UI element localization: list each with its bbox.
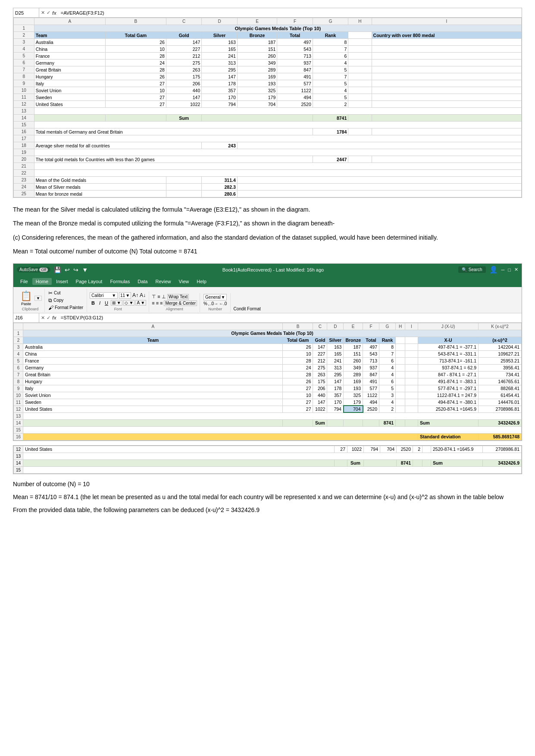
paste-button[interactable]: 📋 Paste bbox=[19, 290, 34, 307]
col-f[interactable]: F bbox=[277, 18, 313, 25]
font-name-dropdown[interactable]: Calibri▼ bbox=[90, 292, 118, 299]
menu-review[interactable]: Review bbox=[152, 278, 174, 285]
excel-ribbon: 📋 Paste ▼ Clipboard ✂ Cut ⧉ Copy bbox=[13, 287, 522, 313]
italic-button[interactable]: I bbox=[97, 300, 102, 306]
wrap-text-button[interactable]: Wrap Text bbox=[167, 294, 189, 300]
menu-file[interactable]: File bbox=[17, 278, 31, 285]
format-painter-icon: 🖌 bbox=[48, 305, 53, 311]
hdr-total: Total bbox=[277, 32, 313, 39]
col-a[interactable]: A bbox=[34, 18, 105, 25]
percent-button[interactable]: % bbox=[203, 301, 207, 306]
sum-value: 8741 bbox=[379, 419, 396, 426]
font-group-label: Font bbox=[90, 307, 146, 311]
hdr-team: Team bbox=[34, 32, 105, 39]
minimize-icon[interactable]: ─ bbox=[501, 267, 505, 272]
format-painter-button[interactable]: 🖌 Format Painter bbox=[47, 304, 84, 311]
col-f2[interactable]: F bbox=[363, 323, 379, 330]
clipboard-group: ✂ Cut ⧉ Copy 🖌 Format Painter bbox=[45, 289, 87, 312]
col-b2[interactable]: B bbox=[283, 323, 313, 330]
col-j2[interactable]: J (X-U) bbox=[418, 323, 479, 330]
underline-button[interactable]: U bbox=[103, 300, 110, 306]
paste-dropdown-btn[interactable]: ▼ bbox=[34, 296, 42, 301]
corner-cell bbox=[14, 18, 34, 25]
increase-font-icon[interactable]: A↑ bbox=[132, 292, 138, 298]
customize-icon[interactable]: ▼ bbox=[82, 266, 88, 273]
col-h[interactable]: H bbox=[348, 18, 372, 25]
align-top-icon[interactable]: ⊤ bbox=[152, 294, 156, 300]
col-a2[interactable]: A bbox=[23, 323, 283, 330]
paste-sub: ▼ bbox=[34, 296, 42, 301]
autosave-toggle[interactable]: AutoSave Off bbox=[17, 267, 50, 272]
col-b[interactable]: B bbox=[105, 18, 166, 25]
cancel-icon: ✕ bbox=[41, 10, 45, 16]
number-format-dropdown[interactable]: General▼ bbox=[203, 294, 227, 300]
align-right-icon[interactable]: ≡ bbox=[160, 300, 163, 306]
col-c[interactable]: C bbox=[166, 18, 201, 25]
prose-line-4: Mean = Total outcome/ number of outcome … bbox=[13, 247, 522, 256]
top-sheet-grid: A B C D E F G H I 1 Olympic Games Medals… bbox=[13, 18, 522, 197]
copy-button[interactable]: ⧉ Copy bbox=[47, 297, 84, 304]
comma-button[interactable]: , bbox=[208, 301, 210, 306]
paste-icon: 📋 bbox=[20, 291, 32, 302]
table-title: Olympic Games Medals Table (Top 10) bbox=[34, 25, 521, 32]
hdr-totalgam: Total Gam bbox=[105, 32, 166, 39]
conditional-format-button[interactable]: Condit Format bbox=[233, 306, 260, 311]
bold-button[interactable]: B bbox=[90, 300, 97, 306]
confirm-icon2: ✓ bbox=[47, 315, 50, 321]
col-g[interactable]: G bbox=[313, 18, 348, 25]
decrease-font-icon[interactable]: A↓ bbox=[140, 292, 146, 298]
paste-group: 📋 Paste ▼ Clipboard bbox=[16, 289, 45, 312]
bottom-cell-ref[interactable]: J16 bbox=[13, 313, 39, 322]
col-d[interactable]: D bbox=[202, 18, 238, 25]
menu-help[interactable]: Help bbox=[193, 278, 210, 285]
copy-icon: ⧉ bbox=[48, 297, 52, 303]
excel-container: AutoSave Off 💾 ↩ ↪ ▼ Book1(AutoRecovered… bbox=[13, 263, 522, 441]
restore-icon[interactable]: □ bbox=[508, 267, 511, 272]
undo-icon[interactable]: ↩ bbox=[65, 266, 70, 273]
increase-decimal-button[interactable]: .0→ bbox=[210, 301, 218, 306]
autosave-bar: AutoSave Off 💾 ↩ ↪ ▼ Book1(AutoRecovered… bbox=[13, 264, 522, 276]
borders-button[interactable]: ⊞ ▼ bbox=[111, 300, 122, 306]
search-label: Search bbox=[469, 267, 482, 272]
search-box[interactable]: 🔍 Search bbox=[458, 266, 486, 273]
user-icon[interactable]: 👤 bbox=[489, 266, 498, 274]
save-icon[interactable]: 💾 bbox=[54, 266, 61, 273]
number-group-label: Number bbox=[203, 307, 227, 311]
menu-view[interactable]: View bbox=[175, 278, 193, 285]
decrease-decimal-button[interactable]: ←.0 bbox=[219, 301, 227, 306]
top-formula-bar: D25 ✕ ✓ fx =AVERAGE(F3:F12) bbox=[13, 8, 522, 18]
menu-insert[interactable]: Insert bbox=[53, 278, 72, 285]
cut-button[interactable]: ✂ Cut bbox=[47, 290, 84, 297]
merge-center-button[interactable]: Merge & Center bbox=[164, 300, 197, 306]
col-i2[interactable]: I bbox=[405, 323, 418, 330]
col-k2[interactable]: K (x-u)^2 bbox=[479, 323, 522, 330]
align-bottom-icon[interactable]: ⊥ bbox=[162, 294, 166, 300]
align-center-icon[interactable]: ≡ bbox=[156, 300, 159, 306]
col-d2[interactable]: D bbox=[327, 323, 344, 330]
col-g2[interactable]: G bbox=[379, 323, 396, 330]
cell-ref-box[interactable]: D25 bbox=[13, 8, 39, 17]
menu-pagelayout[interactable]: Page Layout bbox=[72, 278, 106, 285]
col-i[interactable]: I bbox=[372, 18, 521, 25]
menu-home[interactable]: Home bbox=[32, 278, 52, 285]
fill-color-button[interactable]: ◇ ▼ bbox=[123, 300, 135, 306]
row-num: 2 bbox=[14, 32, 34, 39]
col-c2[interactable]: C bbox=[313, 323, 327, 330]
menu-data[interactable]: Data bbox=[134, 278, 151, 285]
prose-section-1: The mean for the Silver medal is calcula… bbox=[13, 205, 522, 256]
align-left-icon[interactable]: ≡ bbox=[152, 300, 154, 306]
hdr-silver: Silver bbox=[202, 32, 238, 39]
confirm-icon: ✓ bbox=[47, 10, 50, 16]
col-h2[interactable]: H bbox=[396, 323, 405, 330]
hdr-empty bbox=[348, 32, 372, 39]
font-size-dropdown[interactable]: 11▼ bbox=[119, 292, 131, 299]
align-middle-icon[interactable]: ≡ bbox=[157, 294, 160, 299]
col-e2[interactable]: E bbox=[344, 323, 363, 330]
font-color-button[interactable]: A ▼ bbox=[135, 300, 146, 306]
stddev-value: 585.8691748 bbox=[479, 433, 522, 440]
redo-icon[interactable]: ↪ bbox=[73, 266, 78, 273]
col-e[interactable]: E bbox=[237, 18, 277, 25]
menu-formulas[interactable]: Formulas bbox=[106, 278, 133, 285]
close-icon[interactable]: ✕ bbox=[514, 267, 518, 272]
autosave-state: Off bbox=[39, 268, 48, 272]
